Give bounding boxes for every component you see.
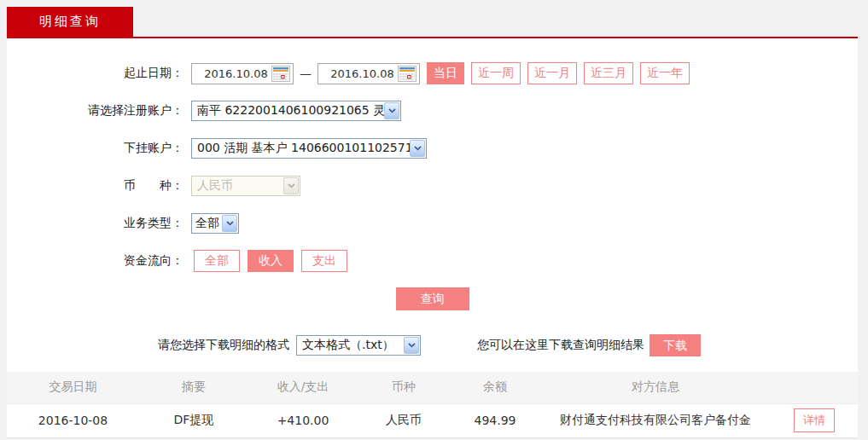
sub-account-label: 下挂账户： <box>7 141 186 156</box>
download-format-label: 请您选择下载明细的格式 <box>158 338 289 353</box>
sub-account-value: 000 活期 基本户 1406600101102571848 <box>192 141 410 156</box>
chevron-down-icon <box>283 177 299 194</box>
cell-trade-date: 2016-10-08 <box>7 403 139 437</box>
details-query-panel: 明细查询 起止日期： 2016.10.08 <box>7 7 858 438</box>
end-date-input[interactable]: 2016.10.08 <box>317 63 420 84</box>
query-button[interactable]: 查询 <box>396 287 469 310</box>
currency-value: 人民币 <box>192 178 283 194</box>
download-button[interactable]: 下载 <box>650 334 701 356</box>
start-date-input[interactable]: 2016.10.08 <box>191 63 294 84</box>
currency-label: 币 种： <box>7 178 186 194</box>
start-date-value: 2016.10.08 <box>201 67 271 80</box>
cell-counterparty: 财付通支付科技有限公司客户备付金 <box>540 403 771 437</box>
quick-btn-last-week[interactable]: 近一周 <box>471 62 521 84</box>
tab-label: 明细查询 <box>39 14 101 30</box>
business-type-label: 业务类型： <box>7 216 186 231</box>
business-type-value: 全部 <box>192 216 222 231</box>
chevron-down-icon <box>404 337 419 354</box>
download-format-select[interactable]: 文本格式（.txt） <box>296 335 421 356</box>
header-summary: 摘要 <box>139 372 248 403</box>
business-type-row: 业务类型： 全部 <box>7 212 858 234</box>
business-type-select[interactable]: 全部 <box>191 213 239 234</box>
fund-flow-btn-expense[interactable]: 支出 <box>301 250 347 272</box>
detail-button[interactable]: 详情 <box>794 408 835 432</box>
cell-summary: DF提现 <box>139 403 248 437</box>
tab-details-query[interactable]: 明细查询 <box>7 7 133 37</box>
download-row: 请您选择下载明细的格式 文本格式（.txt） 您可以在这里下载查询明细结果 下载 <box>7 334 858 356</box>
chevron-down-icon <box>410 140 425 157</box>
tab-bar: 明细查询 <box>7 7 858 37</box>
table-header-row: 交易日期 摘要 收入/支出 币种 余额 对方信息 <box>7 372 858 403</box>
cell-actions: 详情 <box>771 403 858 437</box>
sub-account-row: 下挂账户： 000 活期 基本户 1406600101102571848 <box>7 137 858 159</box>
cell-currency: 人民币 <box>358 403 450 437</box>
query-row: 查询 <box>7 287 858 310</box>
header-balance: 余额 <box>450 372 540 403</box>
quick-btn-last-month[interactable]: 近一月 <box>527 62 577 84</box>
header-actions <box>771 372 858 403</box>
registered-account-value: 南平 6222001406100921065 灵通卡 <box>192 103 384 119</box>
date-separator: — <box>300 67 312 80</box>
date-range-label: 起止日期： <box>7 66 186 81</box>
fund-flow-btn-all[interactable]: 全部 <box>194 250 240 272</box>
registered-account-row: 请选择注册账户： 南平 6222001406100921065 灵通卡 <box>7 100 858 122</box>
sub-account-select[interactable]: 000 活期 基本户 1406600101102571848 <box>191 138 427 159</box>
download-hint: 您可以在这里下载查询明细结果 <box>477 338 644 353</box>
end-date-value: 2016.10.08 <box>327 67 398 80</box>
currency-row: 币 种： 人民币 <box>7 175 858 197</box>
cell-amount: +410.00 <box>248 403 358 437</box>
quick-btn-today[interactable]: 当日 <box>427 62 464 84</box>
calendar-icon[interactable] <box>398 66 417 82</box>
header-trade-date: 交易日期 <box>7 372 139 403</box>
header-amount: 收入/支出 <box>248 372 358 403</box>
query-form: 起止日期： 2016.10.08 <box>7 38 858 438</box>
header-counterparty: 对方信息 <box>540 372 771 403</box>
fund-flow-row: 资金流向： 全部 收入 支出 <box>7 250 858 272</box>
chevron-down-icon <box>384 102 399 119</box>
quick-btn-last-year[interactable]: 近一年 <box>640 62 690 84</box>
cell-balance: 494.99 <box>450 403 540 437</box>
calendar-icon[interactable] <box>271 66 290 82</box>
quick-btn-last-3-months[interactable]: 近三月 <box>584 62 633 84</box>
download-format-value: 文本格式（.txt） <box>297 338 404 353</box>
date-range-row: 起止日期： 2016.10.08 <box>7 62 858 84</box>
results-table: 交易日期 摘要 收入/支出 币种 余额 对方信息 2016-10-08 DF提现… <box>7 372 858 438</box>
currency-select: 人民币 <box>191 176 300 196</box>
registered-account-label: 请选择注册账户： <box>7 103 186 119</box>
fund-flow-label: 资金流向： <box>7 253 186 269</box>
table-row: 2016-10-08 DF提现 +410.00 人民币 494.99 财付通支付… <box>7 403 858 437</box>
chevron-down-icon <box>222 215 237 232</box>
registered-account-select[interactable]: 南平 6222001406100921065 灵通卡 <box>191 101 401 121</box>
fund-flow-btn-income[interactable]: 收入 <box>248 250 294 272</box>
header-currency: 币种 <box>358 372 450 403</box>
